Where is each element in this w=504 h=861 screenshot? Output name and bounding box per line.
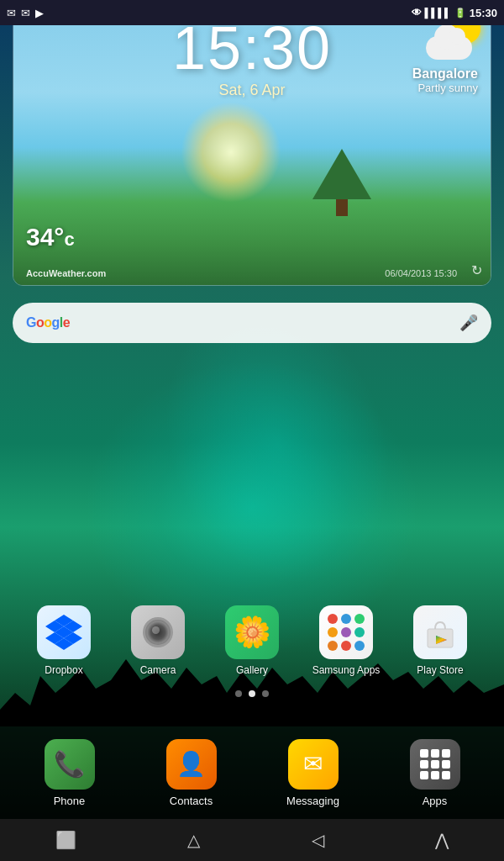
refresh-icon[interactable]: ↻ <box>471 262 482 278</box>
play-store-icon[interactable] <box>413 605 467 659</box>
apps-dot-6 <box>442 760 450 769</box>
app-gallery[interactable]: 🌼 Gallery <box>210 605 294 676</box>
recent-apps-button[interactable]: ⬜ <box>55 830 76 850</box>
messaging-icon[interactable]: ✉ <box>288 739 339 790</box>
tree-decoration <box>312 149 371 216</box>
eye-icon: 👁 <box>412 7 422 18</box>
dock-messaging[interactable]: ✉ Messaging <box>259 739 368 807</box>
home-button[interactable]: △ <box>187 830 200 850</box>
contacts-symbol: 👤 <box>176 750 206 778</box>
weather-date: Sat, 6 Apr <box>172 82 332 99</box>
weather-clock: 15:30 <box>172 18 332 78</box>
mms-icon: ✉ <box>21 7 30 19</box>
play-store-label: Play Store <box>417 664 463 676</box>
weather-background: 15:30 Sat, 6 Apr Bangalore Partly sunny … <box>13 9 491 285</box>
app-dropbox[interactable]: Dropbox <box>22 605 106 676</box>
weather-city: Bangalore Partly sunny <box>412 66 478 94</box>
camera-icon[interactable] <box>131 605 185 659</box>
google-logo: Google <box>26 315 70 330</box>
apps-dot-9 <box>442 771 450 779</box>
sun-glow <box>181 102 281 203</box>
dock-apps[interactable]: Apps <box>381 739 490 807</box>
cloud-shape <box>426 36 472 60</box>
camera-lens <box>143 617 173 647</box>
apps-label: Apps <box>423 795 448 807</box>
messaging-symbol: ✉ <box>303 750 323 778</box>
gallery-icon[interactable]: 🌼 <box>225 605 279 659</box>
city-name: Bangalore <box>412 66 478 82</box>
gallery-flower: 🌼 <box>234 615 271 650</box>
temperature-value: 34° <box>26 223 64 251</box>
bottom-dock: 📞 Phone 👤 Contacts ✉ Messaging <box>0 726 504 819</box>
phone-icon[interactable]: 📞 <box>45 739 95 790</box>
app-camera[interactable]: Camera <box>116 605 200 676</box>
dock-phone[interactable]: 📞 Phone <box>15 739 124 807</box>
app-samsung[interactable]: Samsung Apps <box>304 605 388 676</box>
temperature-display: 34°c <box>26 223 75 251</box>
apps-dot-2 <box>431 749 439 758</box>
apps-dot-3 <box>442 749 450 758</box>
video-icon: ▶ <box>35 7 44 19</box>
status-bar: ✉ ✉ ▶ 👁 ▌▌▌▌ 🔋 15:30 <box>0 0 504 25</box>
dot-1[interactable] <box>235 690 242 697</box>
samsung-icon[interactable] <box>319 605 373 659</box>
weather-condition: Partly sunny <box>412 82 478 94</box>
menu-button[interactable]: ⋀ <box>435 830 449 850</box>
back-button[interactable]: ◁ <box>312 830 324 850</box>
samsung-dots <box>321 607 371 658</box>
contacts-icon[interactable]: 👤 <box>166 739 217 790</box>
dropbox-icon[interactable] <box>37 605 91 659</box>
search-bar[interactable]: Google 🎤 <box>13 303 491 343</box>
signal-icon: ▌▌▌▌ <box>425 8 451 18</box>
dock-contacts[interactable]: 👤 Contacts <box>137 739 246 807</box>
page-indicators <box>235 690 269 697</box>
weather-widget: 15:30 Sat, 6 Apr Bangalore Partly sunny … <box>13 8 491 286</box>
samsung-label: Samsung Apps <box>312 664 381 676</box>
tree-top <box>312 149 371 199</box>
app-play-store[interactable]: Play Store <box>398 605 482 676</box>
camera-label: Camera <box>140 664 176 676</box>
apps-dot-5 <box>431 760 439 769</box>
dot-2[interactable] <box>249 690 255 697</box>
apps-dot-8 <box>431 771 439 779</box>
apps-grid <box>413 742 457 786</box>
gmail-icon: ✉ <box>7 7 16 19</box>
status-icons-left: ✉ ✉ ▶ <box>7 7 44 19</box>
dot-3[interactable] <box>262 690 269 697</box>
status-right: 👁 ▌▌▌▌ 🔋 15:30 <box>412 7 497 19</box>
microphone-icon[interactable]: 🎤 <box>459 314 478 332</box>
gallery-label: Gallery <box>236 664 268 676</box>
apps-icon[interactable] <box>410 739 460 790</box>
clock-status: 15:30 <box>470 7 497 19</box>
contacts-label: Contacts <box>170 795 213 807</box>
phone-label: Phone <box>54 795 86 807</box>
nav-bar: ⬜ △ ◁ ⋀ <box>0 819 504 861</box>
app-row: Dropbox Camera 🌼 Gallery <box>0 605 504 676</box>
weather-time: 15:30 Sat, 6 Apr <box>172 18 332 99</box>
apps-dot-4 <box>420 760 428 769</box>
weather-timestamp: 06/04/2013 15:30 <box>385 268 457 278</box>
play-store-svg <box>423 614 457 651</box>
phone-symbol: 📞 <box>54 749 85 779</box>
apps-dot-1 <box>420 749 428 758</box>
dropbox-svg <box>45 614 82 651</box>
accuweather-brand: AccuWeather.com <box>26 268 106 278</box>
temperature-unit: c <box>64 229 74 250</box>
battery-icon: 🔋 <box>454 8 466 18</box>
messaging-label: Messaging <box>286 795 339 807</box>
dropbox-label: Dropbox <box>45 664 82 676</box>
apps-dot-7 <box>420 771 428 779</box>
tree-trunk <box>336 199 348 216</box>
